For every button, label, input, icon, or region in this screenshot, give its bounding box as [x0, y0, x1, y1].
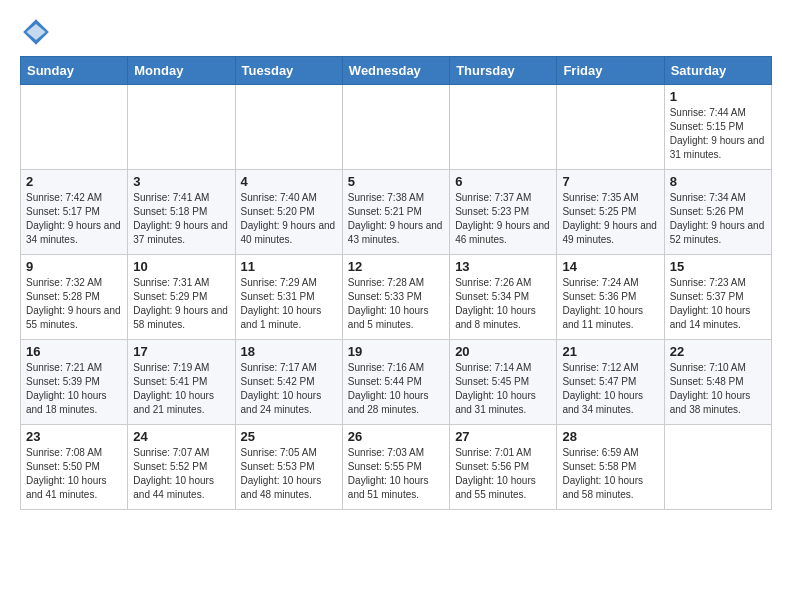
day-cell: 1Sunrise: 7:44 AM Sunset: 5:15 PM Daylig… — [664, 85, 771, 170]
day-cell: 4Sunrise: 7:40 AM Sunset: 5:20 PM Daylig… — [235, 170, 342, 255]
day-number: 23 — [26, 429, 122, 444]
day-cell — [235, 85, 342, 170]
day-cell — [450, 85, 557, 170]
day-cell — [664, 425, 771, 510]
day-info: Sunrise: 7:40 AM Sunset: 5:20 PM Dayligh… — [241, 191, 337, 247]
day-cell — [342, 85, 449, 170]
day-info: Sunrise: 7:44 AM Sunset: 5:15 PM Dayligh… — [670, 106, 766, 162]
week-row-5: 23Sunrise: 7:08 AM Sunset: 5:50 PM Dayli… — [21, 425, 772, 510]
day-cell: 5Sunrise: 7:38 AM Sunset: 5:21 PM Daylig… — [342, 170, 449, 255]
day-number: 9 — [26, 259, 122, 274]
day-cell: 22Sunrise: 7:10 AM Sunset: 5:48 PM Dayli… — [664, 340, 771, 425]
day-cell: 16Sunrise: 7:21 AM Sunset: 5:39 PM Dayli… — [21, 340, 128, 425]
week-row-2: 2Sunrise: 7:42 AM Sunset: 5:17 PM Daylig… — [21, 170, 772, 255]
day-cell: 19Sunrise: 7:16 AM Sunset: 5:44 PM Dayli… — [342, 340, 449, 425]
day-number: 14 — [562, 259, 658, 274]
day-number: 21 — [562, 344, 658, 359]
day-cell: 13Sunrise: 7:26 AM Sunset: 5:34 PM Dayli… — [450, 255, 557, 340]
day-number: 1 — [670, 89, 766, 104]
day-info: Sunrise: 7:05 AM Sunset: 5:53 PM Dayligh… — [241, 446, 337, 502]
day-info: Sunrise: 7:29 AM Sunset: 5:31 PM Dayligh… — [241, 276, 337, 332]
day-cell: 12Sunrise: 7:28 AM Sunset: 5:33 PM Dayli… — [342, 255, 449, 340]
calendar-header: SundayMondayTuesdayWednesdayThursdayFrid… — [21, 57, 772, 85]
weekday-header-wednesday: Wednesday — [342, 57, 449, 85]
day-number: 20 — [455, 344, 551, 359]
day-number: 7 — [562, 174, 658, 189]
day-number: 13 — [455, 259, 551, 274]
day-info: Sunrise: 7:26 AM Sunset: 5:34 PM Dayligh… — [455, 276, 551, 332]
day-info: Sunrise: 7:38 AM Sunset: 5:21 PM Dayligh… — [348, 191, 444, 247]
day-number: 3 — [133, 174, 229, 189]
day-number: 4 — [241, 174, 337, 189]
day-info: Sunrise: 7:34 AM Sunset: 5:26 PM Dayligh… — [670, 191, 766, 247]
day-info: Sunrise: 6:59 AM Sunset: 5:58 PM Dayligh… — [562, 446, 658, 502]
day-info: Sunrise: 7:03 AM Sunset: 5:55 PM Dayligh… — [348, 446, 444, 502]
day-cell: 24Sunrise: 7:07 AM Sunset: 5:52 PM Dayli… — [128, 425, 235, 510]
day-number: 25 — [241, 429, 337, 444]
day-info: Sunrise: 7:07 AM Sunset: 5:52 PM Dayligh… — [133, 446, 229, 502]
page: SundayMondayTuesdayWednesdayThursdayFrid… — [0, 0, 792, 526]
weekday-header-tuesday: Tuesday — [235, 57, 342, 85]
day-number: 8 — [670, 174, 766, 189]
day-number: 2 — [26, 174, 122, 189]
day-cell: 7Sunrise: 7:35 AM Sunset: 5:25 PM Daylig… — [557, 170, 664, 255]
week-row-3: 9Sunrise: 7:32 AM Sunset: 5:28 PM Daylig… — [21, 255, 772, 340]
weekday-row: SundayMondayTuesdayWednesdayThursdayFrid… — [21, 57, 772, 85]
weekday-header-saturday: Saturday — [664, 57, 771, 85]
day-cell: 10Sunrise: 7:31 AM Sunset: 5:29 PM Dayli… — [128, 255, 235, 340]
day-number: 11 — [241, 259, 337, 274]
day-info: Sunrise: 7:19 AM Sunset: 5:41 PM Dayligh… — [133, 361, 229, 417]
day-info: Sunrise: 7:24 AM Sunset: 5:36 PM Dayligh… — [562, 276, 658, 332]
day-cell: 18Sunrise: 7:17 AM Sunset: 5:42 PM Dayli… — [235, 340, 342, 425]
day-number: 15 — [670, 259, 766, 274]
day-cell: 23Sunrise: 7:08 AM Sunset: 5:50 PM Dayli… — [21, 425, 128, 510]
day-info: Sunrise: 7:31 AM Sunset: 5:29 PM Dayligh… — [133, 276, 229, 332]
day-cell: 9Sunrise: 7:32 AM Sunset: 5:28 PM Daylig… — [21, 255, 128, 340]
day-info: Sunrise: 7:32 AM Sunset: 5:28 PM Dayligh… — [26, 276, 122, 332]
day-info: Sunrise: 7:08 AM Sunset: 5:50 PM Dayligh… — [26, 446, 122, 502]
week-row-1: 1Sunrise: 7:44 AM Sunset: 5:15 PM Daylig… — [21, 85, 772, 170]
weekday-header-friday: Friday — [557, 57, 664, 85]
day-info: Sunrise: 7:10 AM Sunset: 5:48 PM Dayligh… — [670, 361, 766, 417]
day-info: Sunrise: 7:23 AM Sunset: 5:37 PM Dayligh… — [670, 276, 766, 332]
day-cell: 14Sunrise: 7:24 AM Sunset: 5:36 PM Dayli… — [557, 255, 664, 340]
calendar-body: 1Sunrise: 7:44 AM Sunset: 5:15 PM Daylig… — [21, 85, 772, 510]
day-info: Sunrise: 7:17 AM Sunset: 5:42 PM Dayligh… — [241, 361, 337, 417]
day-info: Sunrise: 7:16 AM Sunset: 5:44 PM Dayligh… — [348, 361, 444, 417]
day-number: 18 — [241, 344, 337, 359]
day-cell — [128, 85, 235, 170]
weekday-header-sunday: Sunday — [21, 57, 128, 85]
day-cell: 8Sunrise: 7:34 AM Sunset: 5:26 PM Daylig… — [664, 170, 771, 255]
logo — [20, 16, 56, 48]
day-number: 28 — [562, 429, 658, 444]
week-row-4: 16Sunrise: 7:21 AM Sunset: 5:39 PM Dayli… — [21, 340, 772, 425]
day-number: 6 — [455, 174, 551, 189]
day-cell: 26Sunrise: 7:03 AM Sunset: 5:55 PM Dayli… — [342, 425, 449, 510]
day-info: Sunrise: 7:41 AM Sunset: 5:18 PM Dayligh… — [133, 191, 229, 247]
day-number: 24 — [133, 429, 229, 444]
day-number: 17 — [133, 344, 229, 359]
day-number: 19 — [348, 344, 444, 359]
day-cell: 15Sunrise: 7:23 AM Sunset: 5:37 PM Dayli… — [664, 255, 771, 340]
day-number: 26 — [348, 429, 444, 444]
day-cell — [21, 85, 128, 170]
day-info: Sunrise: 7:12 AM Sunset: 5:47 PM Dayligh… — [562, 361, 658, 417]
day-number: 12 — [348, 259, 444, 274]
day-number: 10 — [133, 259, 229, 274]
day-cell: 17Sunrise: 7:19 AM Sunset: 5:41 PM Dayli… — [128, 340, 235, 425]
day-cell — [557, 85, 664, 170]
day-cell: 27Sunrise: 7:01 AM Sunset: 5:56 PM Dayli… — [450, 425, 557, 510]
day-cell: 25Sunrise: 7:05 AM Sunset: 5:53 PM Dayli… — [235, 425, 342, 510]
day-cell: 28Sunrise: 6:59 AM Sunset: 5:58 PM Dayli… — [557, 425, 664, 510]
day-cell: 20Sunrise: 7:14 AM Sunset: 5:45 PM Dayli… — [450, 340, 557, 425]
day-info: Sunrise: 7:42 AM Sunset: 5:17 PM Dayligh… — [26, 191, 122, 247]
day-info: Sunrise: 7:01 AM Sunset: 5:56 PM Dayligh… — [455, 446, 551, 502]
logo-icon — [20, 16, 52, 48]
day-cell: 3Sunrise: 7:41 AM Sunset: 5:18 PM Daylig… — [128, 170, 235, 255]
day-number: 16 — [26, 344, 122, 359]
day-info: Sunrise: 7:14 AM Sunset: 5:45 PM Dayligh… — [455, 361, 551, 417]
day-info: Sunrise: 7:37 AM Sunset: 5:23 PM Dayligh… — [455, 191, 551, 247]
weekday-header-thursday: Thursday — [450, 57, 557, 85]
weekday-header-monday: Monday — [128, 57, 235, 85]
day-cell: 6Sunrise: 7:37 AM Sunset: 5:23 PM Daylig… — [450, 170, 557, 255]
